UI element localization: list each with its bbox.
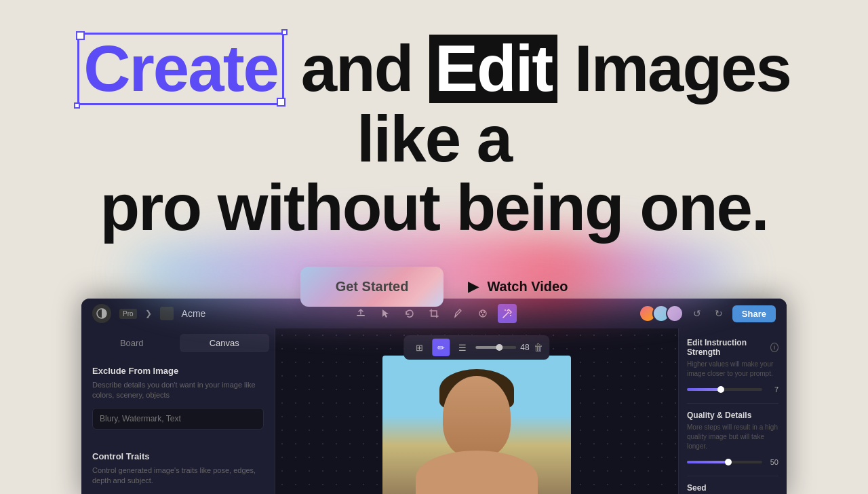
panel-divider-2 [687,476,778,476]
mini-grid-icon[interactable]: ⊞ [410,339,428,356]
app-logo [92,304,111,323]
exclude-section: Exclude From Image Describe details you … [81,358,275,438]
play-icon: ▶ [465,279,480,294]
mini-value: 48 [520,343,529,352]
hero-section: Create and Edit Images like a pro withou… [0,0,868,312]
headline-edit: Edit [429,35,557,103]
project-name: Acme [182,308,206,319]
headline-line2: pro without being one. [100,171,768,244]
pro-badge: Pro [119,309,137,319]
mini-delete-icon[interactable]: 🗑 [534,342,543,353]
mini-slider[interactable] [475,346,516,349]
svg-rect-1 [357,315,365,316]
app-screenshot: Pro ❯ Acme [81,299,787,494]
control-desc: Control generated image's traits like po… [92,466,264,487]
canvas-image [382,356,571,494]
redo-icon[interactable]: ↻ [711,308,727,319]
svg-point-5 [482,314,484,316]
toolbar-right: ↺ ↻ Share [639,305,776,322]
headline-create: Create [77,33,284,105]
sidebar-tabs: Board Canvas [81,328,275,358]
control-title: Control Traits [92,451,264,461]
tab-canvas[interactable]: Canvas [180,334,270,352]
tab-board[interactable]: Board [87,334,177,352]
exclude-title: Exclude From Image [92,366,264,376]
cta-row: Get Started ▶ Watch Video [300,267,568,307]
mini-brush-icon[interactable]: ✏ [432,339,450,356]
left-sidebar: Board Canvas Exclude From Image Describe… [81,328,275,494]
edit-strength-value: 7 [766,385,778,394]
quality-desc: More steps will result in a high quality… [687,423,778,451]
app-content: Board Canvas Exclude From Image Describe… [81,328,787,494]
watch-video-label: Watch Video [487,279,568,294]
headline: Create and Edit Images like a pro withou… [27,33,841,242]
get-started-button[interactable]: Get Started [300,267,444,307]
canvas-area: ⊞ ✏ ☰ 48 🗑 [275,328,678,494]
document-icon [160,307,174,320]
avatar-3 [666,305,684,322]
svg-point-7 [510,315,511,316]
quality-value: 50 [766,458,778,466]
edit-strength-slider-row: 7 [687,385,778,394]
quality-slider[interactable] [687,461,762,463]
quality-title: Quality & Details [687,411,778,420]
mini-lines-icon[interactable]: ☰ [454,339,471,356]
edit-strength-title: Edit Instruction Strength i [687,338,778,357]
control-section: Control Traits Control generated image's… [81,443,275,494]
right-panel: Edit Instruction Strength i Higher value… [678,328,787,494]
undo-icon[interactable]: ↺ [689,308,705,319]
portrait-visual [382,356,571,494]
edit-strength-slider[interactable] [687,388,762,391]
seed-label: Seed [687,483,778,493]
watch-video-button[interactable]: ▶ Watch Video [465,279,568,294]
portrait-face [443,376,511,457]
quality-slider-row: 50 [687,458,778,466]
share-button[interactable]: Share [732,305,776,322]
exclude-desc: Describe details you don't want in your … [92,380,264,401]
headline-and: and [284,32,429,104]
edit-strength-desc: Higher values will make your image close… [687,360,778,379]
info-icon[interactable]: i [770,343,778,352]
canvas-mini-toolbar: ⊞ ✏ ☰ 48 🗑 [403,335,549,360]
portrait-shoulder [416,451,538,494]
chevron-down-icon: ❯ [145,309,152,318]
avatar-group [639,305,684,322]
exclude-input[interactable] [92,408,264,430]
panel-divider-1 [687,403,778,404]
